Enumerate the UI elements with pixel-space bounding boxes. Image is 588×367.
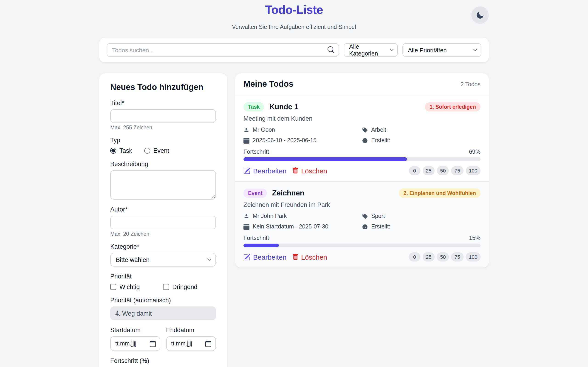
progress-bar-fill [243, 244, 279, 247]
urgent-checkbox[interactable] [163, 284, 169, 290]
todo-author: Mr John Park [243, 213, 362, 219]
description-label: Beschreibung [110, 161, 216, 167]
progress-step-100[interactable]: 100 [466, 252, 481, 261]
category-select-value: Bitte wählen [116, 256, 149, 263]
title-label: Titel* [110, 100, 216, 106]
created-text: Erstellt: [371, 137, 390, 144]
startdate-input[interactable]: tt.mm.jjjj [110, 336, 160, 351]
todo-title-row: Task Kunde 1 1. Sofort erledigen [243, 102, 481, 111]
tag-icon [362, 213, 368, 219]
todo-title: Kunde 1 [269, 103, 425, 111]
progress-percent: 69% [469, 149, 481, 155]
type-label: Typ [110, 137, 216, 144]
author-input[interactable] [110, 216, 216, 229]
event-radio[interactable] [144, 148, 150, 154]
tag-icon [362, 127, 368, 133]
calendar-icon[interactable] [149, 341, 156, 347]
priority-badge: 2. Einplanen und Wohlfühlen [399, 189, 481, 198]
task-radio-label: Task [120, 147, 132, 154]
delete-button[interactable]: Löschen [292, 167, 327, 175]
progress-step-75[interactable]: 75 [451, 166, 464, 175]
form-progress-label: Fortschritt (%) [110, 357, 216, 364]
progress-step-75[interactable]: 75 [451, 252, 464, 261]
created-text: Erstellt: [371, 223, 390, 230]
todo-actions: Bearbeiten Löschen 0 25 50 75 100 [243, 252, 481, 261]
important-checkbox[interactable] [110, 284, 116, 290]
progress-step-50[interactable]: 50 [437, 166, 449, 175]
calendar-icon[interactable] [205, 341, 211, 347]
todo-created: Erstellt: [362, 223, 481, 230]
edit-label: Bearbeiten [253, 167, 286, 175]
title-help-text: Max. 255 Zeichen [110, 125, 216, 130]
delete-button[interactable]: Löschen [292, 253, 327, 261]
progress-step-50[interactable]: 50 [437, 252, 449, 261]
enddate-field: Enddatum tt.mm.jjjj [166, 320, 216, 351]
progress-step-buttons: 0 25 50 75 100 [409, 252, 481, 261]
progress-step-100[interactable]: 100 [466, 166, 481, 175]
event-radio-label: Event [153, 147, 169, 154]
trash-icon [292, 167, 298, 174]
important-option[interactable]: Wichtig [110, 284, 163, 290]
category-filter-select[interactable]: Alle Kategorien [344, 43, 398, 57]
enddate-label: Enddatum [166, 327, 216, 334]
todo-item-zeichnen: Event Zeichnen 2. Einplanen und Wohlfühl… [235, 181, 489, 267]
category-filter-value: Alle Kategorien [349, 43, 389, 57]
progress-header: Fortschritt 69% [243, 149, 481, 155]
enddate-placeholder: tt.mm.jjjj [171, 340, 192, 347]
urgent-checkbox-cell: Dringend [163, 284, 216, 290]
edit-label: Bearbeiten [253, 253, 286, 261]
startdate-field: Startdatum tt.mm.jjjj [110, 320, 160, 351]
user-icon [243, 127, 250, 133]
chevron-down-icon [389, 49, 394, 51]
edit-button[interactable]: Bearbeiten [243, 253, 286, 261]
todo-meta: Mr Goon Arbeit 2025-06-10 - 2025-06-15 [243, 127, 481, 144]
progress-step-25[interactable]: 25 [423, 252, 435, 261]
progress-bar [243, 244, 481, 247]
filter-bar: Alle Kategorien Alle Prioritäten [99, 38, 489, 62]
edit-button[interactable]: Bearbeiten [243, 167, 286, 175]
type-radio-group: Task Event [110, 147, 216, 154]
todo-title-row: Event Zeichnen 2. Einplanen und Wohlfühl… [243, 189, 481, 198]
page-subtitle: Verwalten Sie Ihre Aufgaben effizient un… [0, 24, 588, 30]
important-label: Wichtig [120, 284, 140, 290]
search-input[interactable] [107, 43, 339, 57]
app-header: Todo-Liste Verwalten Sie Ihre Aufgaben e… [0, 0, 588, 30]
enddate-input[interactable]: tt.mm.jjjj [166, 336, 216, 351]
task-radio[interactable] [110, 148, 116, 154]
description-textarea[interactable] [110, 170, 216, 200]
todo-title: Zeichnen [272, 189, 399, 197]
urgent-label: Dringend [172, 284, 198, 290]
add-todo-form: Neues Todo hinzufügen Titel* Max. 255 Ze… [99, 73, 227, 367]
author-help-text: Max. 20 Zeichen [110, 231, 216, 237]
main-content: Neues Todo hinzufügen Titel* Max. 255 Ze… [99, 73, 489, 367]
urgent-option[interactable]: Dringend [163, 284, 216, 290]
dates-text: Kein Startdatum - 2025-07-30 [253, 223, 328, 230]
auto-priority-field: 4. Weg damit [110, 307, 216, 320]
calendar-icon [243, 137, 250, 143]
title-input[interactable] [110, 109, 216, 123]
progress-step-0[interactable]: 0 [409, 166, 420, 175]
progress-step-0[interactable]: 0 [409, 252, 420, 261]
theme-toggle-button[interactable] [471, 6, 489, 24]
type-option-event[interactable]: Event [144, 147, 169, 154]
type-option-task[interactable]: Task [110, 147, 132, 154]
category-select[interactable]: Bitte wählen [110, 253, 216, 267]
progress-bar-fill [243, 157, 407, 161]
todo-dates: Kein Startdatum - 2025-07-30 [243, 223, 362, 230]
progress-bar [243, 157, 481, 161]
edit-icon [243, 253, 250, 260]
todo-meta: Mr John Park Sport Kein Startdatum - 202… [243, 213, 481, 230]
chevron-down-icon [207, 258, 211, 261]
author-text: Mr John Park [253, 213, 287, 219]
priority-filter-select[interactable]: Alle Prioritäten [402, 43, 481, 57]
delete-label: Löschen [301, 253, 327, 261]
author-text: Mr Goon [253, 127, 275, 133]
todo-category: Arbeit [362, 127, 481, 133]
todo-dates: 2025-06-10 - 2025-06-15 [243, 137, 362, 144]
todo-list-heading: Meine Todos [243, 79, 293, 89]
progress-step-25[interactable]: 25 [423, 166, 435, 175]
progress-header: Fortschritt 15% [243, 235, 481, 241]
category-label: Kategorie* [110, 243, 216, 250]
priority-checkbox-group: Wichtig Dringend [110, 284, 216, 290]
edit-icon [243, 167, 250, 174]
